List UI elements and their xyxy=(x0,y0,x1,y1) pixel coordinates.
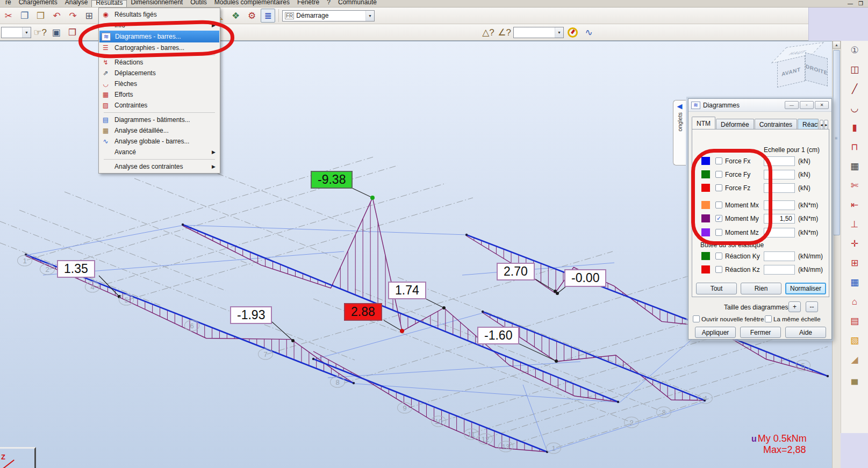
menu-item-cartographies-barres-[interactable]: ☰Cartographies - barres... xyxy=(99,42,220,53)
tab-réaction[interactable]: Réaction xyxy=(798,119,819,129)
menu-item-r-actions[interactable]: ↯Réactions xyxy=(99,57,220,68)
aide-button[interactable]: Aide xyxy=(785,327,826,338)
layout-combobox-dropdown-icon[interactable]: ▼ xyxy=(365,11,374,21)
scale-field-r-action-ky[interactable] xyxy=(764,251,795,261)
menu-item-d-placements[interactable]: ⇗Déplacements xyxy=(99,68,220,78)
info-circle-icon[interactable]: ① xyxy=(847,44,863,57)
dialog-restore-button[interactable]: ▫ xyxy=(800,101,814,109)
tab-ntm[interactable]: NTM xyxy=(692,117,715,129)
copy-icon[interactable]: ❐ xyxy=(17,9,32,23)
checkbox-moment-my[interactable]: ✓ xyxy=(715,215,722,222)
selection-combobox[interactable]: ▼ xyxy=(1,27,31,38)
cube-face-right[interactable]: DROITE xyxy=(805,52,828,86)
menu-modules-compl-mentaires[interactable]: Modules complémentaires xyxy=(211,0,293,7)
slab-icon[interactable]: ◢ xyxy=(847,353,863,366)
tab-déformée[interactable]: Déformée xyxy=(716,119,754,129)
dialog-close-button[interactable]: ✕ xyxy=(815,101,829,109)
menu-communaut-[interactable]: Communauté xyxy=(334,0,381,7)
grid-offset-icon[interactable]: ⊞ xyxy=(847,256,863,270)
tools-wrench-icon[interactable]: ⚙ xyxy=(245,9,259,23)
column-icon[interactable]: ▮ xyxy=(847,121,863,134)
window-minimize-button[interactable]: — xyxy=(848,1,853,7)
scale-field-force-fx[interactable] xyxy=(764,156,795,166)
mesh-cut-icon[interactable]: ✄ xyxy=(847,179,863,192)
arc-icon[interactable]: ◡ xyxy=(847,102,863,115)
scale-field-force-fz[interactable] xyxy=(764,183,795,193)
menu-?[interactable]: ? xyxy=(323,0,334,7)
rien-button[interactable]: Rien xyxy=(741,283,781,294)
checkbox-r-action-kz[interactable] xyxy=(715,266,722,273)
view-cube-icon[interactable]: ❖ xyxy=(228,9,243,23)
menu-item-analyse-des-contraintes[interactable]: Analyse des contraintes▶ xyxy=(99,161,220,172)
scale-field-moment-mz[interactable] xyxy=(764,228,795,237)
menu-dimensionnement[interactable]: Dimensionnement xyxy=(127,0,186,7)
table-icon[interactable]: ▦ xyxy=(847,276,863,289)
panel-view-icon[interactable]: ◫ xyxy=(847,63,863,76)
menu-re[interactable]: re xyxy=(2,0,15,7)
checkbox-force-fy[interactable] xyxy=(715,171,722,178)
menu-item-diagrammes-b-timents-[interactable]: ▤Diagrammes - bâtiments... xyxy=(99,114,220,125)
menu-outils[interactable]: Outils xyxy=(186,0,211,7)
gauge-icon[interactable] xyxy=(565,25,580,39)
tab-scroll-right-icon[interactable]: ▸ xyxy=(824,120,828,129)
menu-item-analyse-d-taill-e-[interactable]: ▦Analyse détaillée... xyxy=(99,125,220,136)
angle-help-icon[interactable]: ∠? xyxy=(497,25,512,39)
menu-item-contraintes[interactable]: ▨Contraintes xyxy=(99,100,220,111)
menu-item-fl-ches[interactable]: ◡Flèches xyxy=(99,78,220,89)
paste-icon[interactable]: ❒ xyxy=(33,9,48,23)
release-icon[interactable]: ✛ xyxy=(847,237,863,250)
undo-icon[interactable]: ↶ xyxy=(49,9,64,23)
view-manager-icon[interactable]: ▣ xyxy=(49,25,63,39)
menu-item-analyse-globale-barres-[interactable]: ∿Analyse globale - barres... xyxy=(99,136,220,147)
normaliser-button[interactable]: Normaliser xyxy=(785,283,826,294)
scale-field-force-fy[interactable] xyxy=(764,170,795,179)
filter-combobox[interactable]: ▼ xyxy=(513,27,564,38)
menu-chargements[interactable]: Chargements xyxy=(15,0,61,7)
cut-icon[interactable]: ✂ xyxy=(1,9,16,23)
menu-item-r-sultats-fig-s[interactable]: ◉Résultats figés xyxy=(99,9,220,20)
window-restore-button[interactable]: ❐ xyxy=(858,1,863,7)
polyline-icon[interactable]: ╱ xyxy=(847,82,863,96)
cladding-icon[interactable]: ▧ xyxy=(847,334,863,347)
dialog-minimize-button[interactable]: — xyxy=(785,101,799,109)
checkbox-moment-mz[interactable] xyxy=(715,229,722,236)
menu-item-avanc-[interactable]: Avancé▶ xyxy=(99,147,220,157)
save-view-icon[interactable]: ❒ xyxy=(65,25,80,39)
support-move-icon[interactable]: ⇤ xyxy=(847,198,863,212)
cube-face-front[interactable]: AVANT xyxy=(777,55,805,88)
menu-item-info[interactable]: Info▶ xyxy=(99,20,220,31)
checkbox-r-action-ky[interactable] xyxy=(715,253,722,260)
redo-icon[interactable]: ↷ xyxy=(66,9,80,23)
onglets-side-tab[interactable]: ◀ onglets xyxy=(673,100,686,165)
measure-help-icon[interactable]: △? xyxy=(481,25,496,39)
portal-frame-icon[interactable]: ⊓ xyxy=(847,140,863,154)
wall-icon[interactable]: ▦ xyxy=(847,160,863,173)
checkbox-moment-mx[interactable] xyxy=(715,201,722,208)
menu-analyse[interactable]: Analyse xyxy=(61,0,92,7)
spline-icon[interactable]: ∿ xyxy=(582,25,596,39)
appliquer-button[interactable]: Appliquer xyxy=(695,327,736,338)
tab-contraintes[interactable]: Contraintes xyxy=(755,119,797,129)
calculator-icon[interactable]: ⊞ xyxy=(82,9,96,23)
support-icon[interactable]: ⊥ xyxy=(847,218,863,231)
tout-button[interactable]: Tout xyxy=(696,283,737,294)
collapse-arrow-icon[interactable]: ◀ xyxy=(677,103,683,110)
dialog-title-bar[interactable]: ≋ Diagrammes —▫✕ xyxy=(688,99,831,112)
scale-field-moment-mx[interactable] xyxy=(764,200,795,210)
frame2d-icon[interactable]: ⌂ xyxy=(847,295,863,308)
size-minus-button[interactable]: -- xyxy=(806,301,818,312)
vertical-scrollbar[interactable]: ▲ xyxy=(832,41,841,468)
tab-scroll-left-icon[interactable]: ◂ xyxy=(820,120,824,129)
menu-r-sultats[interactable]: Résultats xyxy=(91,0,127,7)
selection-combobox-dropdown-icon[interactable]: ▼ xyxy=(22,27,31,38)
menu-item-efforts[interactable]: ▦Efforts xyxy=(99,89,220,100)
fermer-button[interactable]: Fermer xyxy=(740,327,781,338)
checkbox-force-fx[interactable] xyxy=(715,157,722,164)
filter-combobox-dropdown-icon[interactable]: ▼ xyxy=(555,27,563,38)
menu-item-diagrammes-barres-[interactable]: ≋Diagrammes - barres... xyxy=(99,31,219,42)
scale-field-r-action-kz[interactable] xyxy=(764,265,795,275)
checkbox-ouvrir-nouvelle-fen-tre[interactable] xyxy=(693,315,700,322)
layout-combobox[interactable]: FR Démarrage ▼ xyxy=(282,10,375,21)
scrollbar-up-icon[interactable]: ▲ xyxy=(833,41,841,49)
section-icon[interactable]: ▤ xyxy=(847,314,863,328)
